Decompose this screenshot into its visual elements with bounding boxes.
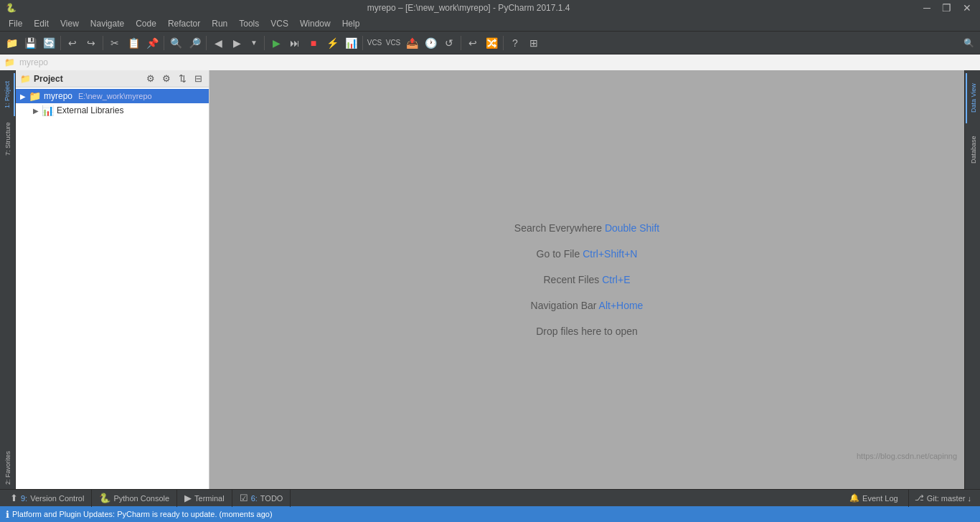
tab-num-6: 6: [251,494,258,503]
app-icon: 🐍 [6,3,17,13]
sidebar-item-favorites[interactable]: 2: Favorites [1,446,15,489]
toolbar-tasks-btn[interactable]: ⊞ [525,34,542,52]
menu-window[interactable]: Window [294,17,336,30]
toolbar-profile-btn[interactable]: 📊 [342,34,359,52]
project-panel-icon: 📁 [20,74,31,84]
hint-recent-files: Recent Files Ctrl+E [544,274,631,285]
shortcut-2: Ctrl+Shift+N [583,248,637,260]
terminal-label: Terminal [194,494,225,503]
panel-gear-btn[interactable]: ⚙ [160,72,173,85]
toolbar-forward-btn[interactable]: ▶ [228,34,245,52]
hint-go-to-file: Go to File Ctrl+Shift+N [537,248,638,260]
toolbar-sep-4 [206,36,207,50]
hint-text-1: Search Everywhere [514,222,605,234]
menu-view[interactable]: View [55,17,85,30]
project-panel-title: Project [34,74,141,84]
right-sidebar: Data View Database [964,70,980,489]
sidebar-item-project[interactable]: 1: Project [1,73,15,116]
toolbar-copy-btn[interactable]: 📋 [125,34,142,52]
event-log-icon: 🔔 [849,493,859,503]
panel-sort-btn[interactable]: ⇅ [176,72,189,85]
toolbar-replace-btn[interactable]: 🔎 [186,34,203,52]
status-bar: ℹ Platform and Plugin Updates: PyCharm i… [0,506,980,522]
hint-text-2: Go to File [537,248,583,260]
toolbar-undo-btn[interactable]: ↩ [64,34,81,52]
bottom-tab-terminal[interactable]: ▶ Terminal [177,490,232,507]
toolbar-run-btn[interactable]: ▶ [268,34,285,52]
watermark: https://blog.csdn.net/capinng [857,452,957,460]
toolbar-run-dropdown[interactable]: ▼ [247,34,261,52]
python-console-icon: 🐍 [99,493,110,503]
close-button[interactable]: ✕ [960,2,974,14]
hint-drop-files: Drop files here to open [536,326,638,337]
menu-file[interactable]: File [3,17,28,30]
toolbar-save-btn[interactable]: 💾 [22,34,39,52]
panel-collapse-btn[interactable]: ⊟ [192,72,204,85]
toolbar-vcs2-btn[interactable]: VCS [385,34,402,52]
project-panel-header: 📁 Project ⚙ ⚙ ⇅ ⊟ [16,70,209,87]
tree-item-path: E:\new_work\myrepo [78,92,152,100]
menu-vcs[interactable]: VCS [265,17,294,30]
bottom-tab-todo[interactable]: ☑ 6: TODO [232,490,291,507]
project-bar: 📁 myrepo [0,54,980,70]
toolbar-debug-resume-btn[interactable]: ⏭ [286,34,303,52]
toolbar-sync-btn[interactable]: 🔄 [40,34,57,52]
title-bar: 🐍 myrepo – [E:\new_work\myrepo] - PyChar… [0,0,980,16]
toolbar-history-btn[interactable]: 🕐 [422,34,439,52]
toolbar-stop-btn[interactable]: ■ [305,34,322,52]
bottom-tab-version-control[interactable]: ⬆ 9: Version Control [3,490,92,507]
menu-tools[interactable]: Tools [233,17,265,30]
todo-icon: ☑ [240,493,248,503]
toolbar-coverage-btn[interactable]: ⚡ [324,34,341,52]
toolbar-help-btn[interactable]: ? [507,34,524,52]
event-log-btn[interactable]: 🔔 Event Log [844,490,904,507]
menu-bar: File Edit View Navigate Code Refactor Ru… [0,16,980,32]
python-console-label: Python Console [113,494,169,503]
toolbar-search-everywhere[interactable]: 🔍 [960,34,977,52]
arrow-icon: ▶ [20,92,26,100]
shortcut-1: Double Shift [605,222,659,234]
toolbar-undo2-btn[interactable]: ↩ [464,34,481,52]
toolbar-back-btn[interactable]: ◀ [209,34,227,52]
minimize-button[interactable]: ─ [920,2,933,14]
status-icon: ℹ [6,509,9,520]
bottom-tab-python-console[interactable]: 🐍 Python Console [92,490,177,507]
menu-run[interactable]: Run [206,17,233,30]
toolbar-redo-btn[interactable]: ↪ [83,34,100,52]
toolbar-sep-8 [503,36,504,50]
git-branch[interactable]: ⎇ Git: master ↓ [908,490,977,507]
menu-help[interactable]: Help [336,17,366,30]
version-control-icon: ⬆ [10,493,18,503]
git-branch-label: Git: master ↓ [927,494,971,503]
menu-code[interactable]: Code [130,17,162,30]
toolbar-commit-btn[interactable]: 📤 [403,34,420,52]
toolbar-find-btn[interactable]: 🔍 [167,34,184,52]
hint-navigation-bar: Navigation Bar Alt+Home [531,300,644,311]
project-tree: ▶ 📁 myrepo E:\new_work\myrepo ▶ 📊 Extern… [16,87,209,489]
toolbar-vcs1-btn[interactable]: VCS [366,34,383,52]
right-sidebar-data-view[interactable]: Data View [966,73,980,123]
right-sidebar-database[interactable]: Database [966,125,980,175]
toolbar-sep-5 [264,36,265,50]
menu-edit[interactable]: Edit [28,17,55,30]
toolbar-cut-btn[interactable]: ✂ [106,34,123,52]
toolbar-revert-btn[interactable]: ↺ [440,34,458,52]
restore-button[interactable]: ❐ [939,2,954,14]
tree-item-myrepo[interactable]: ▶ 📁 myrepo E:\new_work\myrepo [16,89,209,103]
bottom-tab-right: 🔔 Event Log ⎇ Git: master ↓ [844,490,977,507]
menu-navigate[interactable]: Navigate [85,17,130,30]
tree-item-external-libs[interactable]: ▶ 📊 External Libraries [16,103,209,118]
toolbar-project-btn[interactable]: 📁 [3,34,20,52]
status-text: Platform and Plugin Updates: PyCharm is … [12,510,273,518]
project-bar-icon: 📁 [4,57,15,67]
toolbar-paste-btn[interactable]: 📌 [143,34,161,52]
toolbar-sep-6 [362,36,363,50]
hint-search-everywhere: Search Everywhere Double Shift [514,222,659,234]
project-panel: 📁 Project ⚙ ⚙ ⇅ ⊟ ▶ 📁 myrepo E:\new_work… [16,70,209,489]
panel-settings-btn[interactable]: ⚙ [144,72,157,85]
menu-refactor[interactable]: Refactor [162,17,206,30]
toolbar-redo2-btn[interactable]: 🔀 [483,34,500,52]
hint-text-3: Recent Files [544,274,603,285]
toolbar-sep-1 [60,36,61,50]
sidebar-item-structure[interactable]: 7: Structure [1,118,15,161]
